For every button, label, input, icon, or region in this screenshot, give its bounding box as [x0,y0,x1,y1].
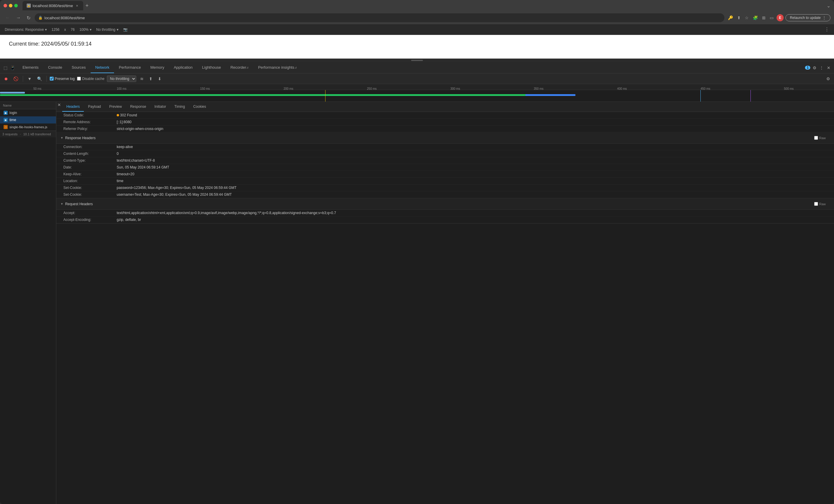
forward-button[interactable]: → [14,14,22,22]
traffic-lights [3,4,18,7]
export-button[interactable]: ⬇ [156,75,163,82]
devtools-close-icon[interactable]: ✕ [826,65,832,71]
tab-console[interactable]: Console [43,62,67,73]
devtools-end-actions: 1 ⚙ ⋮ ✕ [805,62,834,73]
devtools-toggle-icon[interactable]: ⊞ [761,14,767,21]
network-condition-icon[interactable]: ≋ [139,75,145,82]
avatar[interactable]: E [776,14,784,21]
record-button[interactable]: ⏺ [2,75,9,82]
maximize-button[interactable] [14,4,18,7]
device-icon[interactable]: 📱 [9,65,16,71]
x-label: x [64,27,66,32]
detail-tab-initiator[interactable]: Initiator [150,102,170,112]
request-headers-title[interactable]: ▼ Request Headers Raw [56,198,834,210]
disable-cache-label[interactable]: Disable cache [77,77,104,81]
tab-recorder[interactable]: Recorder ⊿ [226,62,253,73]
inspect-icon[interactable]: ⬚ [2,65,8,71]
zoom-select[interactable]: 100% ▾ [79,27,91,32]
detail-close-button[interactable]: ✕ [56,102,62,108]
tab-performance[interactable]: Performance [114,62,146,73]
preserve-log-text: Preserve log [55,77,74,81]
disable-cache-text: Disable cache [82,77,104,81]
timeline-bar-area [0,90,834,102]
response-header-keep-alive: Keep-Alive: timeout=20 [56,171,834,178]
tick-100ms: 100 ms [117,87,127,90]
detail-tab-headers[interactable]: Headers [62,102,84,112]
response-headers-title[interactable]: ▼ Response Headers Raw [56,132,834,144]
response-raw-label[interactable]: Raw [810,135,830,141]
screenshot-icon[interactable]: 📷 [123,27,128,32]
throttle-select[interactable]: No throttling ▾ [96,27,118,32]
password-icon[interactable]: 🔑 [727,14,734,21]
response-header-set-cookie-2: Set-Cookie: username=Test; Max-Age=30; E… [56,191,834,198]
request-raw-label[interactable]: Raw [810,201,830,207]
separator-2 [46,76,47,82]
preserve-log-checkbox[interactable] [50,77,53,81]
search-button[interactable]: 🔍 [36,75,44,82]
file-list: Name ▣ login ▣ time ⬡ single-file-hooks-… [0,102,56,504]
filter-icon[interactable]: ▼ [26,75,33,82]
import-button[interactable]: ⬆ [148,75,154,82]
bookmark-icon[interactable]: ☆ [744,14,750,21]
sidebar-icon[interactable]: ▭ [769,14,775,21]
window-controls: ⌄ [827,3,831,8]
file-item-login[interactable]: ▣ login [0,109,56,116]
request-header-accept: Accept: text/html,application/xhtml+xml,… [56,210,834,217]
throttle-dropdown[interactable]: No throttling Slow 3G Fast 3G Offline [107,75,136,82]
file-item-time[interactable]: ▣ time [0,116,56,124]
throttle-label: No throttling [96,27,115,32]
header-row-remote-address: Remote Address: [::1]:8080 [56,119,834,126]
footer-separator: · [20,132,21,136]
tick-350ms: 350 ms [534,87,544,90]
request-raw-checkbox[interactable] [814,202,818,206]
response-headers-section: ▼ Response Headers Raw Connection: keep-… [56,132,834,198]
dimensions-select[interactable]: Dimensions: Responsive ▾ [5,27,47,32]
tab-sources[interactable]: Sources [67,62,91,73]
devtools-tab-bar: ⬚ 📱 Elements Console Sources Network Per… [0,62,834,73]
back-button[interactable]: ← [3,14,12,22]
responsive-more-icon[interactable]: ⋮ [825,27,829,32]
response-headers-arrow: ▼ [60,136,63,139]
headers-content: Status Code: 302 Found Remote Address: [… [56,112,834,504]
footer-requests: 3 requests [2,132,18,136]
detail-tab-preview[interactable]: Preview [105,102,126,112]
detail-tab-payload[interactable]: Payload [84,102,105,112]
tab-bar: 🔒 localhost:8080/test/time ✕ + [22,1,824,10]
file-list-header: Name [0,102,56,109]
file-icon-time: ▣ [3,118,8,122]
tab-elements[interactable]: Elements [18,62,43,73]
responsive-height: 76 [71,27,74,32]
close-button[interactable] [3,4,7,7]
timeline-ruler: 50 ms 100 ms 150 ms 200 ms 250 ms 300 ms… [0,84,834,90]
disable-cache-checkbox[interactable] [77,77,81,81]
tab-network[interactable]: Network [91,62,114,73]
tab-lighthouse[interactable]: Lighthouse [197,62,226,73]
minimize-button[interactable] [9,4,13,7]
tab-close-icon[interactable]: ✕ [75,3,79,8]
clear-button[interactable]: 🚫 [12,75,20,82]
drag-handle-bar [411,60,423,61]
browser-tab[interactable]: 🔒 localhost:8080/test/time ✕ [22,1,83,10]
devtools-settings-icon[interactable]: ⚙ [812,65,817,71]
drag-handle[interactable] [0,59,834,62]
perf-insights-icon: ⊿ [294,66,297,69]
share-icon[interactable]: ⬆ [736,14,742,21]
detail-tab-cookies[interactable]: Cookies [189,102,210,112]
reload-button[interactable]: ↻ [25,14,32,22]
extensions-icon[interactable]: 🧩 [752,14,759,21]
dimensions-arrow: ▾ [45,27,47,32]
detail-tab-timing[interactable]: Timing [170,102,189,112]
detail-tab-response[interactable]: Response [126,102,150,112]
tab-memory[interactable]: Memory [146,62,169,73]
tab-performance-insights[interactable]: Performance insights ⊿ [253,62,301,73]
address-bar[interactable]: 🔒 localhost:8080/test/time [35,13,724,22]
preserve-log-label[interactable]: Preserve log [50,77,74,81]
new-tab-button[interactable]: + [83,3,91,9]
response-raw-checkbox[interactable] [814,136,818,140]
relaunch-button[interactable]: Relaunch to update ⋮ [785,14,831,21]
devtools-more-icon[interactable]: ⋮ [818,65,825,71]
network-settings-icon[interactable]: ⚙ [825,75,832,82]
tab-application[interactable]: Application [169,62,198,73]
tick-450ms: 450 ms [700,87,710,90]
file-item-hooks[interactable]: ⬡ single-file-hooks-frames.js [0,124,56,131]
